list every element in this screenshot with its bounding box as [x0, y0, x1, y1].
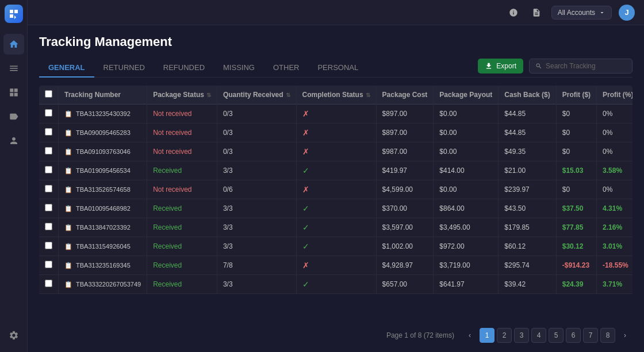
row-cost: $897.00: [376, 123, 434, 142]
row-checkbox-9[interactable]: [45, 280, 52, 287]
row-completion: ✓: [296, 237, 376, 256]
row-tracking-number: 📋 TBA091093763046: [59, 142, 147, 161]
table-row: 📋 TBA090095465283 Not received 0/3 ✗ $89…: [39, 123, 632, 142]
row-cost: $419.97: [376, 161, 434, 180]
search-box[interactable]: Search Tracking: [529, 59, 632, 74]
info-icon[interactable]: [505, 5, 522, 21]
row-package-status: Received: [147, 275, 217, 294]
row-qty: 7/8: [217, 256, 296, 275]
completion-icon: ✓: [302, 204, 309, 213]
export-button[interactable]: Export: [478, 59, 523, 74]
row-package-status: Received: [147, 256, 217, 275]
row-checkbox-3[interactable]: [45, 166, 52, 173]
row-checkbox-4[interactable]: [45, 185, 52, 192]
row-checkbox-7[interactable]: [45, 242, 52, 249]
pagination-prev[interactable]: ‹: [462, 328, 477, 343]
row-qty: 3/3: [217, 237, 296, 256]
row-profit: $0: [556, 142, 596, 161]
pagination-next[interactable]: ›: [618, 328, 632, 343]
row-profit-pct: 0%: [597, 142, 632, 161]
row-payout: $414.00: [434, 161, 499, 180]
row-payout: $0.00: [434, 180, 499, 199]
row-package-status: Received: [147, 218, 217, 237]
col-package-cost: Package Cost: [376, 86, 434, 105]
sidebar-item-person[interactable]: [3, 130, 24, 151]
table-row: 📋 TBA313235169345 Received 7/8 ✗ $4,928.…: [39, 256, 632, 275]
tab-missing[interactable]: MISSING: [214, 59, 264, 78]
row-checkbox-cell: [39, 161, 59, 180]
row-qty: 3/3: [217, 275, 296, 294]
row-checkbox-8[interactable]: [45, 261, 52, 268]
row-checkbox-5[interactable]: [45, 204, 52, 211]
tracking-doc-icon: 📋: [64, 243, 72, 250]
pagination-page-1[interactable]: 1: [480, 328, 494, 343]
row-tracking-number: 📋 TBA019095456534: [59, 161, 147, 180]
col-tracking-number: Tracking Number: [59, 86, 147, 105]
row-cashback: $60.12: [499, 237, 556, 256]
pagination-page-8[interactable]: 8: [600, 328, 615, 343]
row-package-status: Received: [147, 199, 217, 218]
page-title: Tracking Management: [39, 34, 632, 49]
tab-personal[interactable]: PERSONAL: [308, 59, 367, 78]
sidebar-item-list[interactable]: [3, 58, 24, 79]
document-icon[interactable]: [528, 5, 545, 21]
row-checkbox-1[interactable]: [45, 128, 52, 136]
accounts-button[interactable]: All Accounts: [551, 6, 612, 20]
row-checkbox-2[interactable]: [45, 147, 52, 154]
row-payout: $0.00: [434, 123, 499, 142]
row-completion: ✓: [296, 199, 376, 218]
export-label: Export: [496, 62, 516, 70]
row-cashback: $295.74: [499, 256, 556, 275]
tab-other[interactable]: OTHER: [264, 59, 309, 78]
tab-returned[interactable]: RETURNED: [94, 59, 154, 78]
row-checkbox-0[interactable]: [45, 109, 52, 117]
tab-refunded[interactable]: REFUNDED: [154, 59, 214, 78]
sidebar-item-settings[interactable]: [3, 325, 24, 346]
select-all-checkbox[interactable]: [45, 90, 52, 98]
pagination-page-4[interactable]: 4: [531, 328, 546, 343]
row-checkbox-cell: [39, 105, 59, 123]
row-checkbox-cell: [39, 256, 59, 275]
pagination-page-6[interactable]: 6: [566, 328, 581, 343]
row-cashback: $239.97: [499, 180, 556, 199]
col-package-payout: Package Payout: [434, 86, 499, 105]
row-checkbox-cell: [39, 218, 59, 237]
completion-icon: ✗: [302, 109, 309, 118]
pagination-page-7[interactable]: 7: [583, 328, 598, 343]
row-cashback: $49.35: [499, 142, 556, 161]
table-header-row: Tracking Number Package Status ⇅ Quantit: [39, 86, 632, 105]
row-checkbox-cell: [39, 237, 59, 256]
row-checkbox-cell: [39, 123, 59, 142]
sidebar-item-grid[interactable]: [3, 82, 24, 103]
col-qty-received: Quantity Received ⇅: [217, 86, 296, 105]
tab-general[interactable]: GENERAL: [39, 59, 94, 78]
col-package-status: Package Status ⇅: [147, 86, 217, 105]
row-checkbox-6[interactable]: [45, 223, 52, 230]
row-tracking-number: 📋 TBA313526574658: [59, 180, 147, 199]
row-payout: $864.00: [434, 199, 499, 218]
sidebar-item-tag[interactable]: [3, 106, 24, 127]
pagination-page-5[interactable]: 5: [549, 328, 564, 343]
header: All Accounts J: [28, 0, 644, 25]
col-checkbox: [39, 86, 59, 105]
row-profit: $30.12: [556, 237, 596, 256]
pagination-page-3[interactable]: 3: [514, 328, 529, 343]
row-profit: $77.85: [556, 218, 596, 237]
row-profit-pct: 2.16%: [597, 218, 632, 237]
app-logo[interactable]: [5, 5, 23, 23]
sort-icon-status: ⇅: [206, 92, 211, 98]
row-qty: 0/6: [217, 180, 296, 199]
tracking-doc-icon: 📋: [64, 129, 72, 137]
sidebar-item-home[interactable]: [3, 34, 24, 55]
row-package-status: Not received: [147, 180, 217, 199]
pagination-page-2[interactable]: 2: [497, 328, 512, 343]
row-qty: 0/3: [217, 123, 296, 142]
row-tracking-number: 📋 TBA333220267053749: [59, 275, 147, 294]
row-payout: $641.97: [434, 275, 499, 294]
row-cost: $897.00: [376, 105, 434, 123]
row-profit-pct: 0%: [597, 180, 632, 199]
row-cost: $4,928.97: [376, 256, 434, 275]
row-profit-pct: 0%: [597, 123, 632, 142]
row-qty: 0/3: [217, 142, 296, 161]
avatar[interactable]: J: [619, 5, 635, 21]
